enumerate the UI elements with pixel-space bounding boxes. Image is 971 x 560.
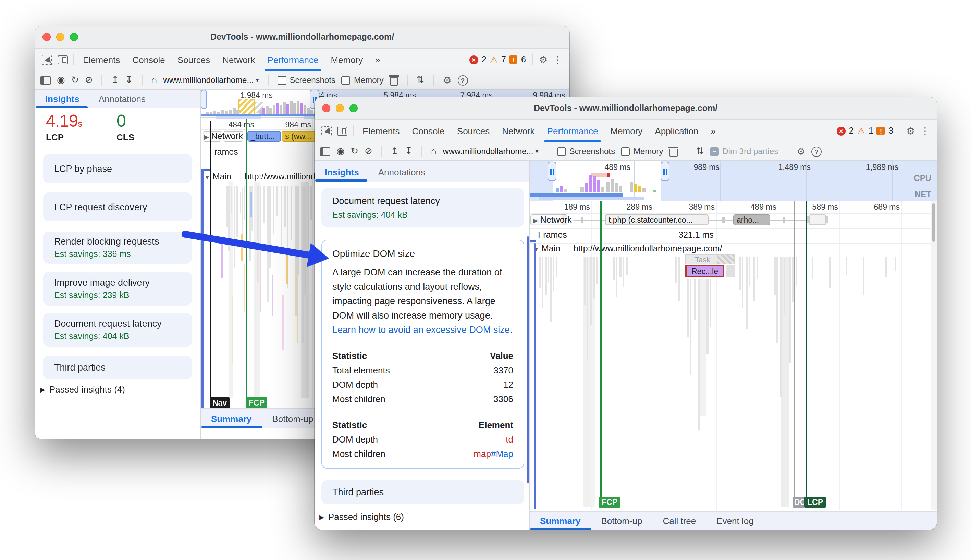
help-icon[interactable]: ? — [457, 75, 468, 85]
insight-card-lcp-request-discovery[interactable]: LCP request discovery — [43, 192, 192, 221]
screenshots-checkbox[interactable]: Screenshots — [277, 75, 335, 85]
dom-size-docs-link[interactable]: Learn how to avoid an excessive DOM size — [332, 325, 510, 335]
collapse-tracks-icon[interactable]: ⇅ — [696, 147, 704, 156]
fcp-badge[interactable]: FCP — [599, 497, 620, 508]
tab-sources[interactable]: Sources — [451, 120, 496, 142]
passed-insights-toggle[interactable]: ▶ Passed insights (4) — [40, 384, 125, 395]
memory-checkbox[interactable]: Memory — [342, 75, 384, 85]
insight-card-render-blocking[interactable]: Render blocking requests Est savings: 33… — [43, 232, 192, 264]
insight-card-third-parties[interactable]: Third parties — [321, 480, 524, 504]
garbage-collect-icon[interactable] — [390, 77, 398, 85]
error-icon[interactable]: × — [837, 127, 846, 135]
kebab-menu-icon[interactable]: ⋮ — [553, 54, 562, 65]
record-icon[interactable]: ◉ — [57, 76, 65, 85]
error-count[interactable]: 2 — [849, 126, 854, 136]
upload-profile-icon[interactable]: ↥ — [111, 76, 119, 85]
home-icon[interactable]: ⌂ — [152, 76, 157, 85]
capture-settings-gear-icon[interactable]: ⚙ — [443, 75, 451, 86]
insight-card-third-parties[interactable]: Third parties — [43, 355, 192, 380]
issues-icon[interactable]: ! — [509, 55, 518, 64]
insight-card-document-latency[interactable]: Document request latency Est savings: 40… — [321, 188, 524, 227]
tab-console[interactable]: Console — [126, 48, 171, 70]
settings-gear-icon[interactable]: ⚙ — [906, 125, 915, 136]
lcp-badge[interactable]: LCP — [804, 497, 826, 508]
home-icon[interactable]: ⌂ — [431, 147, 437, 156]
error-icon[interactable]: × — [469, 55, 478, 64]
warning-icon[interactable]: ⚠ — [490, 55, 498, 65]
more-tabs-icon[interactable]: » — [369, 48, 386, 70]
clear-icon[interactable]: ⊘ — [365, 147, 372, 156]
bottom-tab-event-log[interactable]: Event log — [716, 512, 753, 530]
bottom-tab-call-tree[interactable]: Call tree — [662, 512, 696, 530]
sidebar-tab-insights[interactable]: Insights — [45, 94, 80, 108]
tab-elements[interactable]: Elements — [77, 48, 126, 70]
reload-record-icon[interactable]: ↻ — [71, 76, 79, 85]
close-window-button[interactable] — [42, 33, 51, 41]
tab-network[interactable]: Network — [216, 48, 261, 70]
issues-count[interactable]: 6 — [521, 55, 526, 64]
bottom-tab-bottom-up[interactable]: Bottom-up — [601, 512, 642, 530]
settings-gear-icon[interactable]: ⚙ — [539, 54, 547, 65]
garbage-collect-icon[interactable] — [669, 148, 678, 157]
tab-elements[interactable]: Elements — [356, 120, 405, 142]
tab-performance[interactable]: Performance — [541, 120, 604, 142]
sidebar-tab-annotations[interactable]: Annotations — [378, 167, 425, 182]
warning-count[interactable]: 1 — [869, 126, 873, 136]
insight-card-optimize-dom-size[interactable]: Optimize DOM size A large DOM can increa… — [321, 240, 524, 468]
titlebar[interactable]: DevTools - www.milliondollarhomepage.com… — [35, 26, 569, 48]
help-icon[interactable]: ? — [811, 146, 822, 157]
insight-card-lcp-by-phase[interactable]: LCP by phase — [43, 154, 192, 183]
vertical-scrollbar-thumb[interactable] — [932, 203, 935, 242]
inspect-icon[interactable] — [321, 126, 332, 136]
screenshots-checkbox[interactable]: Screenshots — [557, 147, 615, 156]
bottom-tab-summary[interactable]: Summary — [540, 512, 581, 530]
zoom-window-button[interactable] — [349, 104, 358, 112]
page-url-select[interactable]: www.milliondollarhome...▾ — [163, 75, 259, 85]
tab-console[interactable]: Console — [405, 120, 450, 142]
reload-record-icon[interactable]: ↻ — [351, 147, 359, 156]
warning-icon[interactable]: ⚠ — [857, 126, 865, 136]
collapse-tracks-icon[interactable]: ⇅ — [417, 76, 424, 85]
toggle-sidebar-icon[interactable] — [320, 147, 330, 156]
clear-icon[interactable]: ⊘ — [85, 76, 93, 85]
more-tabs-icon[interactable]: » — [705, 120, 722, 142]
tab-sources[interactable]: Sources — [171, 48, 216, 70]
sidebar-scrollbar[interactable] — [527, 236, 529, 483]
memory-checkbox[interactable]: Memory — [621, 147, 663, 156]
tab-application[interactable]: Application — [649, 120, 704, 142]
toggle-sidebar-icon[interactable] — [40, 76, 51, 85]
flame-vertical-scrollbar[interactable] — [202, 168, 204, 408]
record-icon[interactable]: ◉ — [337, 147, 345, 156]
page-url-select[interactable]: www.milliondollarhome...▾ — [443, 147, 538, 156]
upload-profile-icon[interactable]: ↥ — [391, 147, 399, 156]
download-profile-icon[interactable]: ↧ — [125, 76, 133, 85]
insight-card-image-delivery[interactable]: Improve image delivery Est savings: 239 … — [43, 272, 192, 305]
close-window-button[interactable] — [322, 104, 330, 112]
device-toolbar-icon[interactable] — [58, 55, 68, 64]
recalculate-style-event-selected[interactable]: Rec...le — [685, 265, 724, 277]
nav-badge[interactable]: Nav — [210, 397, 230, 408]
issues-count[interactable]: 3 — [888, 126, 893, 136]
element-link-map[interactable]: map#Map — [474, 447, 513, 461]
bottom-tab-summary[interactable]: Summary — [211, 409, 252, 428]
zoom-window-button[interactable] — [70, 33, 78, 41]
download-profile-icon[interactable]: ↧ — [405, 147, 412, 156]
kebab-menu-icon[interactable]: ⋮ — [920, 125, 930, 136]
tab-performance[interactable]: Performance — [262, 48, 325, 70]
tab-memory[interactable]: Memory — [604, 120, 649, 142]
minimize-window-button[interactable] — [56, 33, 64, 41]
vertical-scrollbar-track[interactable] — [931, 201, 937, 510]
element-link-td[interactable]: td — [506, 432, 513, 447]
bottom-tab-bottom-up[interactable]: Bottom-up — [272, 409, 314, 428]
dim-third-parties-checkbox[interactable]: –Dim 3rd parties — [710, 147, 778, 156]
insight-card-document-latency[interactable]: Document request latency Est savings: 40… — [43, 313, 192, 347]
sidebar-tab-insights[interactable]: Insights — [325, 167, 359, 182]
flame-vertical-scrollbar[interactable] — [534, 243, 536, 509]
dcl-badge[interactable]: DCL — [793, 497, 804, 508]
sidebar-tab-annotations[interactable]: Annotations — [98, 94, 146, 108]
tab-memory[interactable]: Memory — [324, 48, 369, 70]
issues-icon[interactable]: ! — [877, 127, 885, 135]
minimize-window-button[interactable] — [336, 104, 344, 112]
device-toolbar-icon[interactable] — [337, 127, 347, 135]
fcp-badge[interactable]: FCP — [246, 397, 267, 408]
